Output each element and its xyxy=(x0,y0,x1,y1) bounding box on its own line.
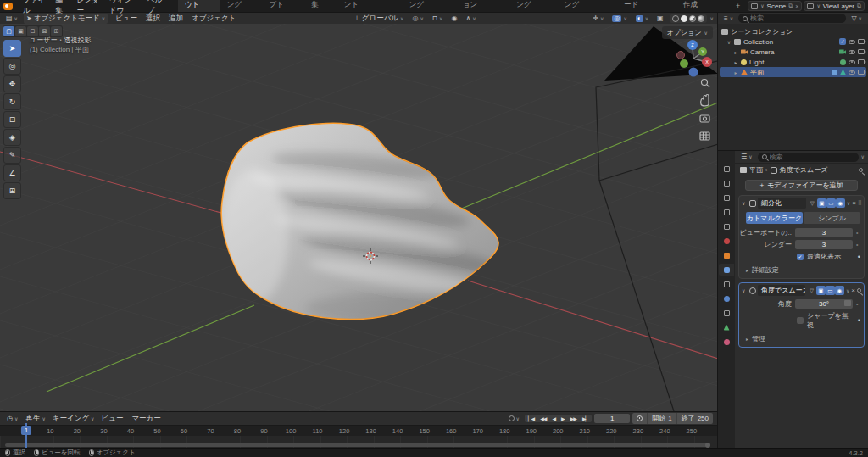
play[interactable]: ▶ xyxy=(559,415,567,422)
workspace-tab[interactable]: スクリプト作成 xyxy=(676,0,730,12)
levels-viewport-field[interactable]: 3 xyxy=(795,228,853,237)
viewport-menu-item[interactable]: ビュー xyxy=(111,14,142,24)
render-visibility-icon[interactable] xyxy=(858,59,865,64)
outliner-search-input[interactable] xyxy=(750,14,842,22)
breadcrumb-object[interactable]: 平面 xyxy=(749,165,763,175)
workspace-tab[interactable]: UV編集 xyxy=(304,0,337,12)
extend[interactable]: ▣ xyxy=(15,26,26,36)
animate-dot-icon[interactable]: • xyxy=(856,301,860,307)
pin-icon[interactable] xyxy=(857,288,861,293)
toggle-xray-button[interactable]: ◐∨ xyxy=(633,14,651,24)
animate-dot-icon[interactable]: • xyxy=(856,230,860,236)
timeline-scrollbar[interactable] xyxy=(5,443,709,447)
jump-to-end[interactable]: ▶▏ xyxy=(580,415,591,422)
modifier-extras-icon[interactable]: ∨ xyxy=(847,201,850,206)
viewport-menu-item[interactable]: 追加 xyxy=(164,14,187,24)
timeline-menu-item[interactable]: マーカー xyxy=(129,414,164,424)
angle-field[interactable]: 30° xyxy=(795,299,853,309)
show-realtime[interactable]: ▭ xyxy=(826,286,835,295)
cursor[interactable]: ◎ xyxy=(3,58,21,75)
advanced-subpanel[interactable]: ▸ 詳細設定 xyxy=(739,263,864,276)
frame-end-field[interactable]: 終了250 xyxy=(677,413,713,424)
object[interactable] xyxy=(719,249,734,261)
add-cube[interactable]: ⊞ xyxy=(3,182,21,199)
move[interactable]: ✥ xyxy=(3,75,21,92)
current-frame-field[interactable]: 1 xyxy=(594,414,630,423)
select-box[interactable]: ➤ xyxy=(3,40,21,57)
blender-logo-icon[interactable] xyxy=(3,3,13,10)
editor-type-button[interactable]: ▤∨ xyxy=(3,14,20,24)
expand-icon[interactable]: ∨ xyxy=(742,200,748,206)
show-realtime[interactable]: ▭ xyxy=(826,198,836,208)
new-scene-icon[interactable]: ⧉ xyxy=(788,3,793,9)
gizmo-y-neg[interactable] xyxy=(680,59,688,68)
physics[interactable] xyxy=(719,293,734,304)
render[interactable] xyxy=(719,177,734,189)
workspace-tab[interactable]: アニメーション xyxy=(456,0,509,12)
modifier-name-field[interactable]: 細分化 xyxy=(758,198,806,209)
next-keyframe[interactable]: ▶▶ xyxy=(568,415,579,422)
timeline-menu-item[interactable]: 再生∨ xyxy=(23,414,47,424)
workspace-tab[interactable]: テクスチャペイント xyxy=(337,0,403,12)
viewport-menu-item[interactable]: 選択 xyxy=(142,14,164,24)
timeline-editor-type-button[interactable]: ◷∨ xyxy=(4,414,20,424)
timeline-ruler[interactable]: 1 10203040506070809010011012013014015016… xyxy=(0,425,717,436)
tool[interactable] xyxy=(719,163,734,175)
input-attribute-icon[interactable] xyxy=(844,300,851,306)
transform[interactable]: ◈ xyxy=(3,129,21,146)
render-visibility-icon[interactable] xyxy=(858,70,865,75)
modifier-extras-icon[interactable]: ∨ xyxy=(846,288,849,293)
gizmo-x-neg[interactable] xyxy=(677,52,685,59)
hide-eye-icon[interactable] xyxy=(849,50,855,54)
rendered[interactable] xyxy=(698,15,704,22)
properties-search-input[interactable] xyxy=(770,153,854,161)
catmull-clark-tab[interactable]: カトマルクラーク xyxy=(746,212,803,224)
world[interactable] xyxy=(719,235,734,247)
gizmo-z-neg[interactable] xyxy=(689,68,698,77)
scene-selector[interactable]: ∨ Scene ⧉ × xyxy=(748,1,802,11)
modifier-panel-header[interactable]: ∨ 角度でスムーズ ▽▣▭◉ ∨ × xyxy=(739,283,864,298)
play-reverse[interactable]: ◀ xyxy=(549,415,558,422)
show-overlays-button[interactable]: ◎∨ xyxy=(609,14,629,24)
options-button[interactable]: オプション ∨ xyxy=(662,26,713,39)
current-frame-badge[interactable]: 1 xyxy=(21,426,31,435)
add-modifier-button[interactable]: + モディファイアーを追加 xyxy=(745,180,858,191)
scale[interactable]: ⊡ xyxy=(3,111,21,128)
hide-eye-icon[interactable] xyxy=(849,60,855,64)
rotate[interactable]: ↻ xyxy=(3,93,21,110)
expand-icon[interactable]: ▸ xyxy=(733,49,738,55)
outliner-row-plane[interactable]: ▸ 平面 xyxy=(720,67,866,77)
view-layer[interactable] xyxy=(719,206,734,218)
workspace-tab[interactable]: コンポジティング xyxy=(558,0,617,12)
workspace-tab[interactable]: レンダリング xyxy=(509,0,558,12)
workspace-tab[interactable]: ジオメトリノード xyxy=(617,0,676,12)
prev-keyframe[interactable]: ◀◀ xyxy=(537,415,548,422)
particles[interactable] xyxy=(719,278,734,290)
timeline-menu-item[interactable]: キーイング∨ xyxy=(50,414,97,424)
constraints[interactable] xyxy=(719,307,734,319)
frame-start-field[interactable]: 開始1 xyxy=(648,413,676,424)
optimal-display-checkbox[interactable]: ✓ xyxy=(797,254,804,260)
falloff-button[interactable]: ∧∨ xyxy=(464,14,479,24)
outliner-row-light[interactable]: ▸ Light xyxy=(720,57,866,67)
outliner-display-mode-button[interactable]: ≡∨ xyxy=(721,14,736,24)
viewport-extra-button[interactable]: ▣ xyxy=(654,14,666,24)
pin-icon[interactable] xyxy=(859,168,863,172)
animate-dot-icon[interactable]: • xyxy=(858,253,860,261)
show-gizmos-button[interactable]: ✛∨ xyxy=(590,14,606,24)
properties-options-icon[interactable]: ∨ xyxy=(861,154,865,159)
material[interactable] xyxy=(719,336,734,348)
proportional-editing-button[interactable]: ◉ xyxy=(449,14,460,24)
render-visibility-icon[interactable] xyxy=(858,49,865,54)
jump-to-start[interactable]: ▏◀ xyxy=(526,415,537,422)
workspace-tab[interactable]: モデリング xyxy=(220,0,263,12)
object-data[interactable] xyxy=(719,321,734,333)
close-icon[interactable]: × xyxy=(851,287,855,294)
use-preview-range-button[interactable] xyxy=(632,413,648,424)
transform-orientation-button[interactable]: ⊥グローバル∨ xyxy=(352,14,407,24)
show-edit-mode[interactable]: ▣ xyxy=(817,198,826,208)
hide-eye-icon[interactable] xyxy=(849,40,855,44)
new-view-layer-icon[interactable]: ⧉ xyxy=(857,3,861,9)
animate-dot-icon[interactable]: • xyxy=(858,316,860,325)
simple-tab[interactable]: シンプル xyxy=(804,212,860,224)
